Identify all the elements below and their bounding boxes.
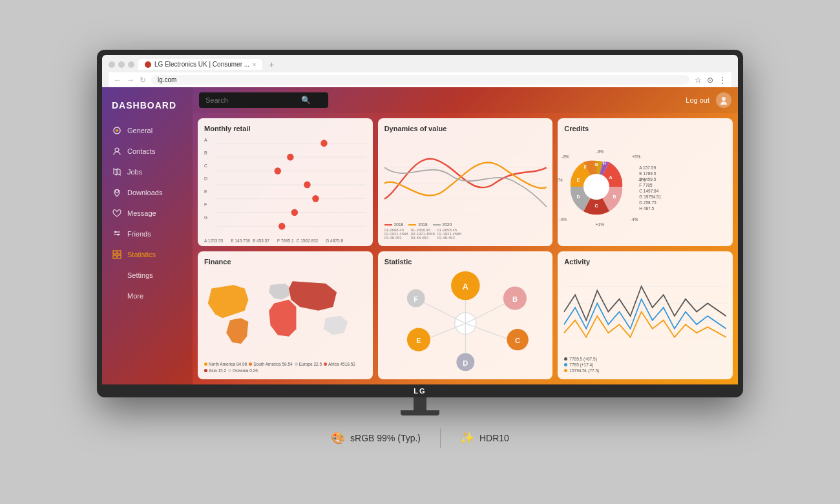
new-tab-button[interactable]: + bbox=[266, 59, 277, 70]
svg-point-29 bbox=[278, 223, 285, 230]
monthly-retail-card: Monthly retail A B C D E F G bbox=[198, 118, 373, 246]
eu-label: Europe 22.5 bbox=[299, 362, 322, 366]
scatter-row-labels: A B C D E F G bbox=[204, 136, 212, 236]
legend-d: D 1782.811 bbox=[204, 246, 226, 246]
sidebar-item-contacts[interactable]: Contacts bbox=[102, 141, 193, 162]
feature-hdr: ✨ HDR10 bbox=[460, 431, 509, 445]
sidebar-item-more[interactable]: More bbox=[102, 286, 193, 306]
dynamics-legend: 2018 2018 2020 bbox=[384, 222, 547, 227]
back-button[interactable]: ← bbox=[114, 76, 121, 85]
line-chart-area bbox=[384, 136, 547, 222]
legend-south-america: South America 58.54 bbox=[249, 362, 292, 366]
legend-f: F 7685.1 bbox=[277, 238, 294, 243]
svg-point-27 bbox=[312, 195, 319, 202]
af-label: Africa 4518.52 bbox=[328, 362, 355, 366]
activity-series-1: 7789.5 (+87.5) bbox=[564, 357, 726, 361]
svg-point-25 bbox=[275, 167, 281, 174]
series1-label: 7789.5 (+87.5) bbox=[569, 357, 596, 361]
credits-pie-svg: A B C D E F G H bbox=[564, 154, 629, 219]
sidebar: DASHBOARD General Contacts bbox=[102, 87, 193, 384]
map-icon bbox=[112, 167, 122, 177]
menu-icon[interactable]: ⋮ bbox=[719, 76, 726, 85]
minimize-dot[interactable] bbox=[109, 61, 115, 68]
srgb-icon: 🎨 bbox=[331, 431, 345, 445]
pct-bottomleft: -4% bbox=[559, 217, 567, 222]
dynamics-content: 2018 2018 2020 bbox=[384, 136, 547, 240]
row-label-a: A bbox=[204, 138, 212, 142]
svg-text:H: H bbox=[603, 161, 606, 165]
legend-e: E 145.758 bbox=[231, 238, 250, 243]
browser-tab[interactable]: LG Electronics UK | Consumer ... × bbox=[138, 59, 262, 70]
browser-controls bbox=[109, 61, 134, 68]
credit-h: H 487.5 bbox=[639, 206, 661, 211]
monthly-retail-content: A B C D E F G bbox=[204, 136, 366, 246]
search-input[interactable] bbox=[205, 96, 296, 104]
legend-b: B 453.57 bbox=[253, 238, 269, 243]
series3-dot bbox=[564, 369, 567, 372]
monthly-retail-title: Monthly retail bbox=[204, 125, 366, 132]
svg-text:G: G bbox=[595, 162, 599, 167]
statistic-card: Statistic bbox=[378, 251, 553, 379]
credit-f: F 7785 bbox=[639, 183, 661, 187]
bookmark-icon[interactable]: ☆ bbox=[695, 76, 702, 85]
sidebar-label-message: Message bbox=[127, 209, 156, 217]
sidebar-label-downloads: Downloads bbox=[127, 189, 162, 196]
svg-text:E: E bbox=[577, 178, 580, 182]
legend-north-america: North America 84.96 bbox=[204, 362, 247, 366]
sidebar-item-downloads[interactable]: Downloads bbox=[102, 182, 193, 203]
sidebar-item-jobs[interactable]: Jobs bbox=[102, 162, 193, 182]
sidebar-label-friends: Friends bbox=[127, 230, 151, 238]
activity-svg bbox=[564, 269, 726, 354]
settings-icon bbox=[112, 270, 122, 280]
tab-label: LG Electronics UK | Consumer ... bbox=[154, 61, 249, 68]
tab-close-icon[interactable]: × bbox=[253, 61, 256, 68]
legend-2018-orange-label: 2018 bbox=[418, 222, 427, 227]
favicon-icon bbox=[145, 61, 151, 68]
sidebar-item-statistics[interactable]: Statistics bbox=[102, 244, 193, 265]
logout-button[interactable]: Log out bbox=[686, 96, 709, 104]
credit-a: A 157.59 bbox=[639, 165, 661, 170]
sidebar-item-friends[interactable]: Friends bbox=[102, 224, 193, 244]
monitor-stand bbox=[401, 397, 439, 415]
grid-icon bbox=[112, 249, 122, 260]
svg-point-26 bbox=[304, 182, 310, 189]
browser-nav-bar: ← → ↻ lg.com ☆ ⊙ ⋮ bbox=[109, 72, 731, 87]
row-label-b: B bbox=[204, 151, 212, 155]
user-icon bbox=[112, 146, 122, 156]
series2-dot bbox=[564, 363, 567, 366]
sidebar-item-settings[interactable]: Settings bbox=[102, 265, 193, 286]
forward-button[interactable]: → bbox=[127, 76, 134, 85]
reload-button[interactable]: ↻ bbox=[140, 76, 146, 85]
legend-africa: Africa 4518.52 bbox=[324, 362, 355, 366]
svg-point-1 bbox=[116, 129, 118, 132]
pct-right: -7% bbox=[638, 178, 646, 182]
svg-point-36 bbox=[583, 174, 609, 200]
svg-marker-3 bbox=[114, 169, 120, 175]
legend-a: A 1253.55 bbox=[204, 238, 223, 243]
browser-tab-bar: LG Electronics UK | Consumer ... × + bbox=[109, 59, 731, 70]
row-label-c: C bbox=[204, 163, 212, 168]
dynamics-detail-legend: 01-2668.4502-1921.456803-48.452 01-2668.… bbox=[384, 228, 547, 240]
more-icon bbox=[112, 291, 122, 301]
sidebar-item-message[interactable]: Message bbox=[102, 203, 193, 224]
sidebar-label-statistics: Statistics bbox=[127, 251, 156, 258]
address-bar[interactable]: lg.com bbox=[151, 75, 689, 85]
svg-rect-14 bbox=[118, 255, 121, 258]
profile-icon[interactable]: ⊙ bbox=[707, 76, 713, 85]
pct-left: +2% bbox=[558, 178, 562, 182]
scatter-svg bbox=[215, 136, 366, 236]
user-avatar[interactable] bbox=[716, 92, 731, 108]
svg-point-2 bbox=[115, 148, 119, 152]
top-bar: 🔍 Log out bbox=[193, 87, 738, 113]
maximize-dot[interactable] bbox=[118, 61, 125, 68]
svg-text:A: A bbox=[609, 175, 613, 180]
pct-top: -3% bbox=[596, 149, 604, 154]
close-dot[interactable] bbox=[128, 61, 134, 68]
screen: DASHBOARD General Contacts bbox=[102, 87, 738, 384]
svg-point-9 bbox=[115, 231, 117, 233]
sidebar-item-general[interactable]: General bbox=[102, 120, 193, 141]
browser-chrome: LG Electronics UK | Consumer ... × + ← →… bbox=[102, 55, 738, 87]
search-box[interactable]: 🔍 bbox=[199, 92, 328, 108]
finance-card: Finance bbox=[198, 251, 373, 379]
pct-topright: +5% bbox=[632, 154, 640, 159]
